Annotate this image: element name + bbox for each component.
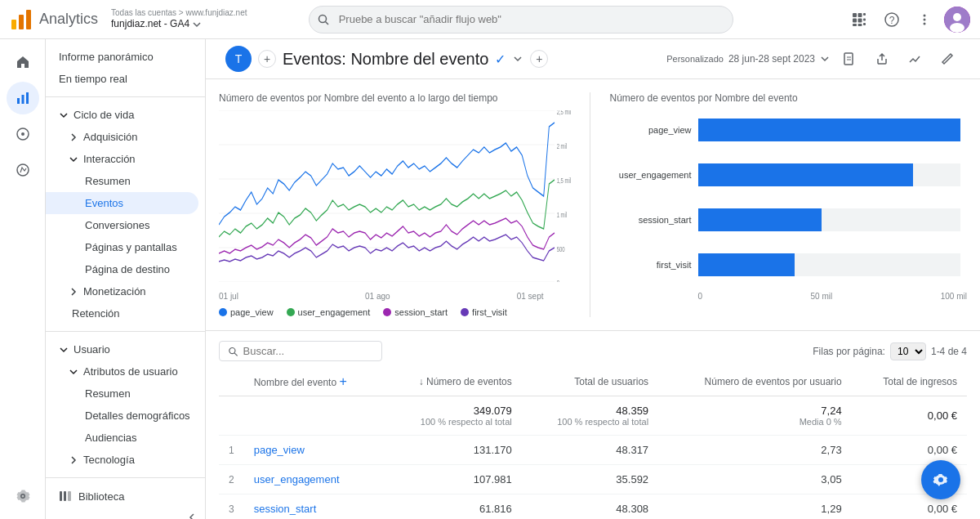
sidebar-icon-explore[interactable]	[7, 118, 39, 150]
nav-item-paginas[interactable]: Páginas y pantallas	[46, 236, 205, 258]
edit-button[interactable]	[934, 46, 960, 72]
sidebar-nav: Informe panorámico En tiempo real Ciclo …	[46, 39, 206, 519]
search-bar[interactable]	[309, 6, 733, 34]
nav-group-atributos[interactable]: Atributos de usuario	[46, 360, 205, 383]
sidebar-icon-reports[interactable]	[7, 82, 39, 114]
app-title: Analytics	[39, 11, 98, 28]
row2-link[interactable]: user_engagement	[254, 473, 340, 485]
rows-label: Filas por página:	[813, 346, 885, 357]
trend-icon	[907, 51, 922, 66]
svg-text:1,5 mil: 1,5 mil	[557, 177, 572, 186]
nav-item-eventos[interactable]: Eventos	[46, 192, 198, 214]
nav-divider-2	[46, 331, 205, 332]
th-revenue[interactable]: Total de ingresos	[852, 368, 967, 396]
svg-rect-0	[11, 20, 16, 29]
line-chart: 2,5 mil 2 mil 1,5 mil 1 mil 500 0	[219, 110, 577, 290]
trend-button[interactable]	[902, 46, 928, 72]
nav-group-interaccion[interactable]: Interacción	[46, 148, 205, 170]
nav-item-biblioteca[interactable]: Biblioteca	[46, 485, 205, 508]
help-icon-button[interactable]: ?	[879, 7, 905, 33]
settings-fab[interactable]	[921, 460, 960, 499]
nav-item-retencion[interactable]: Retención	[46, 302, 205, 324]
nav-group-monetizacion[interactable]: Monetización	[46, 280, 205, 302]
table-search-input[interactable]	[243, 345, 373, 357]
nav-item-destino[interactable]: Página de destino	[46, 258, 205, 280]
row3-name[interactable]: session_start	[244, 494, 383, 520]
more-options-button[interactable]	[911, 7, 938, 33]
svg-point-19	[923, 22, 925, 25]
collapse-icon	[185, 511, 198, 519]
row1-revenue: 0,00 €	[852, 436, 967, 465]
add-comparison-button[interactable]: +	[530, 50, 548, 68]
table-toolbar: Filas por página: 10 25 50 1-4 de 4	[219, 331, 967, 368]
th-events[interactable]: ↓ Número de eventos	[383, 368, 522, 396]
svg-point-17	[923, 14, 925, 16]
main-content: T + Eventos: Nombre del evento ✓ + Perso…	[206, 39, 980, 519]
bar-x-0: 0	[698, 292, 703, 301]
bar-label-user-engagement: user_engagement	[610, 170, 692, 180]
row3-per-user: 1,29	[658, 494, 852, 520]
nav-group-adquisicion[interactable]: Adquisición	[46, 126, 205, 148]
analytics-logo-icon	[10, 8, 33, 31]
date-range[interactable]: Personalizado 28 jun-28 sept 2023	[666, 53, 830, 65]
sidebar-icon-settings[interactable]	[7, 480, 39, 512]
svg-rect-25	[26, 92, 29, 104]
search-icon	[317, 13, 330, 26]
sidebar-icon-advertising[interactable]	[7, 154, 39, 186]
sidebar-collapse-button[interactable]	[46, 508, 205, 519]
nav-group-usuario[interactable]: Usuario	[46, 338, 205, 360]
totals-row: 349.079 100 % respecto al total 48.359 1…	[219, 396, 967, 436]
row3-users: 48.308	[522, 494, 658, 520]
legend-label-user-engagement: user_engagement	[298, 307, 371, 317]
th-name[interactable]: Nombre del evento +	[244, 368, 383, 396]
row1-name[interactable]: page_view	[244, 436, 383, 465]
row2-name[interactable]: user_engagement	[244, 465, 383, 494]
svg-rect-32	[844, 53, 853, 65]
nav-item-panoramico[interactable]: Informe panorámico	[46, 46, 205, 68]
nav-item-tiempo-real[interactable]: En tiempo real	[46, 68, 205, 90]
search-input[interactable]	[309, 6, 733, 34]
nav-item-conversiones[interactable]: Conversiones	[46, 214, 205, 236]
svg-rect-2	[26, 10, 31, 29]
header-actions: Personalizado 28 jun-28 sept 2023	[666, 46, 960, 72]
svg-rect-23	[17, 98, 20, 104]
table-row: 3 session_start 61.816 48.308 1,29 0,00 …	[219, 494, 967, 520]
row1-per-user: 2,73	[658, 436, 852, 465]
bar-fill-user-engagement	[698, 163, 914, 186]
svg-point-21	[953, 13, 961, 21]
nav-item-resumen[interactable]: Resumen	[46, 170, 205, 192]
row1-link[interactable]: page_view	[254, 444, 305, 456]
svg-line-4	[325, 21, 328, 25]
add-column-button[interactable]: +	[339, 374, 346, 388]
row1-events: 131.170	[383, 436, 522, 465]
ads-icon	[15, 162, 31, 178]
nav-item-demograficos[interactable]: Detalles demográficos	[46, 405, 205, 427]
apps-icon-button[interactable]	[846, 7, 872, 33]
row2-users: 35.592	[522, 465, 658, 494]
th-users[interactable]: Total de usuarios	[522, 368, 658, 396]
add-page-button[interactable]: +	[258, 50, 276, 68]
nav-item-resumen2[interactable]: Resumen	[46, 383, 205, 405]
bar-track-session-start	[698, 208, 961, 231]
svg-point-27	[21, 132, 24, 136]
rows-select[interactable]: 10 25 50	[890, 342, 926, 360]
charts-row: Número de eventos por Nombre del evento …	[206, 79, 980, 331]
legend-dot-first-visit	[461, 308, 469, 316]
svg-rect-30	[64, 491, 66, 501]
th-per-user[interactable]: Número de eventos por usuario	[658, 368, 852, 396]
content-header: T + Eventos: Nombre del evento ✓ + Perso…	[206, 39, 980, 79]
share-report-button[interactable]	[836, 46, 862, 72]
chevron-right-icon-2	[69, 287, 78, 297]
row3-link[interactable]: session_start	[254, 503, 317, 515]
user-avatar[interactable]	[944, 7, 970, 33]
nav-item-audiencias[interactable]: Audiencias	[46, 427, 205, 449]
nav-group-ciclo-vida[interactable]: Ciclo de vida	[46, 104, 205, 126]
export-button[interactable]	[869, 46, 895, 72]
title-chevron-icon[interactable]	[512, 53, 523, 65]
table-header: Nombre del evento + ↓ Número de eventos …	[219, 368, 967, 396]
bar-chart-container: Número de eventos por Nombre del evento …	[590, 92, 968, 317]
table-search[interactable]	[219, 341, 382, 361]
account-info[interactable]: Todas las cuentas > www.funjdiaz.net fun…	[111, 7, 247, 31]
sidebar-icon-home[interactable]	[7, 46, 39, 78]
nav-group-tecnologia[interactable]: Tecnología	[46, 449, 205, 471]
